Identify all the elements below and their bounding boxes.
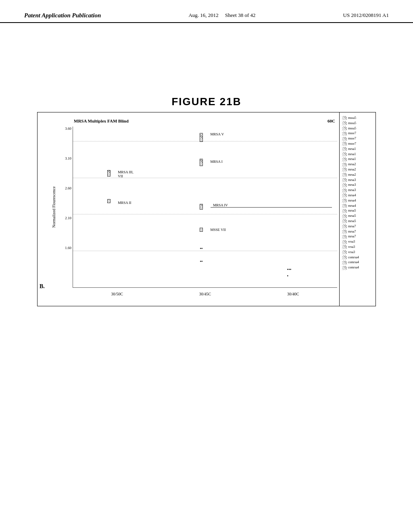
legend-item-mrsa7-1: mrsa7 <box>342 224 373 229</box>
legend-icon-1 <box>342 116 347 120</box>
legend-item-mrsa2-3: mrsa2 <box>342 172 373 178</box>
legend-icon-12 <box>342 173 347 177</box>
grid-line-360 <box>73 141 337 141</box>
legend-icon-24 <box>342 235 347 239</box>
grid-line-310 <box>73 178 337 178</box>
legend-icon-20 <box>342 214 347 218</box>
legend-icon-2 <box>342 121 347 125</box>
legend-icon-26 <box>342 245 347 249</box>
y-tick-160: 1.60 <box>65 246 71 250</box>
chart-titles: MRSA Multiplex FAM Blind 60C <box>52 118 337 123</box>
legend-icon-4 <box>342 132 347 136</box>
legend-item-mrsa3-2: mrsa3 <box>342 183 373 188</box>
mrsa-ii-label: MRSA II <box>118 201 131 205</box>
legend-icon-19 <box>342 209 347 213</box>
legend-icon-21 <box>342 219 347 223</box>
x-label-1: 30/50C <box>111 292 123 296</box>
legend-item-mrsa4-2: mrsa4 <box>342 198 373 204</box>
dot-1: ●● <box>200 247 202 249</box>
legend-icon-13 <box>342 178 347 182</box>
legend-item-comrsa4-2: comrsa4 <box>342 260 373 265</box>
x-label-2: 30/45C <box>199 292 211 296</box>
legend-item-mrsa3-1: mrsa3 <box>342 178 373 183</box>
legend-item-mrsa5-2: mrsa5 <box>342 214 373 219</box>
x-label-3: 30/40C <box>287 292 299 296</box>
header-left-text: Patent Application Publication <box>24 12 101 19</box>
mrsa-i-label: MRSA I <box>211 160 223 164</box>
legend-icon-17 <box>342 199 347 203</box>
legend-icon-27 <box>342 250 347 254</box>
figure-title: FIGURE 21B <box>0 96 413 108</box>
legend-icon-7 <box>342 147 347 151</box>
legend-item-mrsa2-2: mrsa2 <box>342 167 373 172</box>
legend-item-mssa5-3: mssa5 <box>342 126 373 131</box>
axes-wrapper: Normalized Flourescence 3.60 3.10 2.60 2… <box>52 127 337 288</box>
legend-item-mrsa3-3: mrsa3 <box>342 188 373 193</box>
mrsa-iv-label: MRSA IV <box>213 203 228 207</box>
legend-icon-10 <box>342 163 347 167</box>
legend-icon-28 <box>342 256 347 260</box>
legend: mssa5 mssa5 mssa5 msse7 msse7 msse7 mrsa… <box>339 112 375 306</box>
legend-item-mrsa1-2: mrsa1 <box>342 152 373 157</box>
msse-vii-label: MSSE VII <box>211 228 226 232</box>
mrsa-v-marker <box>200 133 203 142</box>
plot-section: MRSA Multiplex FAM Blind 60C Normalized … <box>50 112 339 306</box>
mrsa-iv-line <box>211 207 332 208</box>
y-tick-labels: 3.60 3.10 2.60 2.10 1.60 <box>58 127 73 288</box>
header-right-text: US 2012/0208191 A1 <box>343 12 389 19</box>
dot-4: ● <box>287 274 289 277</box>
legend-item-mssa5-2: mssa5 <box>342 121 373 126</box>
legend-item-mrsa2-1: mrsa2 <box>342 162 373 167</box>
b-label: B. <box>38 112 50 306</box>
legend-icon-18 <box>342 204 347 208</box>
legend-icon-15 <box>342 189 347 193</box>
legend-icon-23 <box>342 230 347 234</box>
page-header: Patent Application Publication Aug. 16, … <box>0 0 413 23</box>
mrsa-iii-label: MRSA III,VII <box>118 170 133 178</box>
legend-item-mrsa7-2: mrsa7 <box>342 229 373 235</box>
x-axis-labels: 30/50C 30/45C 30/40C <box>73 292 337 296</box>
legend-item-mssa5-1: mssa5 <box>342 116 373 121</box>
legend-icon-25 <box>342 240 347 244</box>
legend-item-comrsa4-3: comrsa4 <box>342 265 373 270</box>
legend-icon-3 <box>342 127 347 131</box>
y-tick-210: 2.10 <box>65 216 71 220</box>
dot-3: ●●● <box>287 268 292 270</box>
mrsa-ii-marker <box>107 199 111 203</box>
y-tick-310: 3.10 <box>65 156 71 160</box>
legend-icon-6 <box>342 142 347 146</box>
header-center-text: Aug. 16, 2012 Sheet 38 of 42 <box>188 12 255 19</box>
grid-line-260 <box>73 214 337 214</box>
legend-item-mrsa5-1: mrsa5 <box>342 208 373 214</box>
legend-icon-8 <box>342 152 347 156</box>
mrsa-v-label: MRSA V <box>211 132 224 136</box>
y-tick-360: 3.60 <box>65 127 71 131</box>
legend-icon-14 <box>342 183 347 187</box>
y-tick-260: 2.60 <box>65 186 71 190</box>
legend-item-msse7-3: msse7 <box>342 141 373 147</box>
legend-item-mrsa1-3: mrsa1 <box>342 157 373 162</box>
mrsa-iv-marker <box>200 204 203 210</box>
y-axis-label: Normalized Flourescence <box>52 127 58 288</box>
mrsa-i-marker <box>200 159 203 166</box>
legend-icon-11 <box>342 168 347 172</box>
grid-line-210 <box>73 251 337 251</box>
legend-item-mrsa4-1: mrsa4 <box>342 193 373 198</box>
legend-item-vrsa3-1: vrsa3 <box>342 239 373 245</box>
legend-icon-22 <box>342 224 347 229</box>
legend-item-vrsa3-3: vrsa3 <box>342 250 373 255</box>
legend-icon-30 <box>342 266 347 270</box>
legend-item-vrsa3-2: vrsa3 <box>342 245 373 250</box>
legend-item-comrsa4-1: comrsa4 <box>342 255 373 260</box>
msse-vii-marker <box>200 228 203 232</box>
legend-item-msse7-1: msse7 <box>342 131 373 136</box>
legend-item-mrsa5-3: mrsa5 <box>342 219 373 224</box>
legend-item-mrsa1-1: mrsa1 <box>342 147 373 152</box>
legend-item-mrsa4-3: mrsa4 <box>342 204 373 209</box>
plot-box: MRSA V MRSA I MRSA III,VII MRSA II <box>73 127 337 288</box>
legend-item-msse7-2: msse7 <box>342 136 373 141</box>
legend-icon-5 <box>342 137 347 141</box>
legend-icon-29 <box>342 261 347 265</box>
dot-2: ●● <box>200 260 202 262</box>
legend-icon-9 <box>342 158 347 162</box>
